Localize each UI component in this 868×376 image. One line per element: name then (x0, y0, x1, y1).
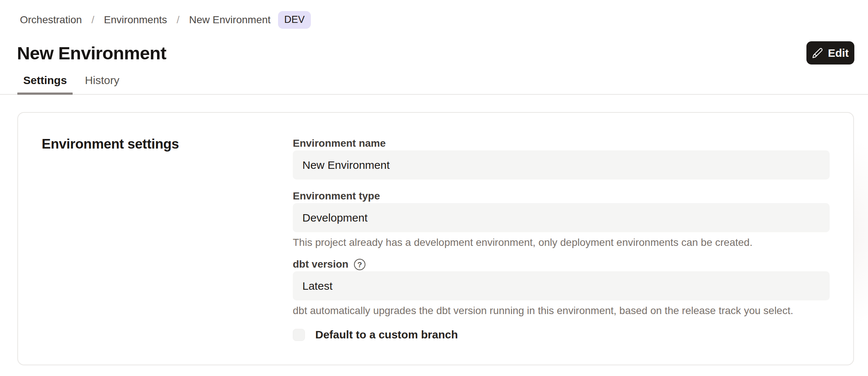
tab-settings-label: Settings (23, 74, 67, 86)
tab-settings[interactable]: Settings (17, 74, 73, 94)
tab-history[interactable]: History (79, 74, 125, 94)
dbt-version-input[interactable] (293, 271, 830, 300)
card-heading-column: Environment settings (42, 136, 293, 341)
active-tab-indicator (17, 93, 73, 95)
title-row: New Environment Edit (17, 41, 854, 65)
dbt-version-help-text: dbt automatically upgrades the dbt versi… (293, 306, 830, 316)
dbt-version-label: dbt version ? (293, 257, 830, 271)
edit-button-label: Edit (828, 47, 849, 59)
page-title: New Environment (17, 42, 166, 64)
environment-type-label: Environment type (293, 189, 830, 203)
tab-history-label: History (85, 74, 119, 86)
help-icon[interactable]: ? (354, 259, 365, 270)
environment-settings-page: Orchestration / Environments / New Envir… (0, 0, 868, 376)
breadcrumb-separator: / (91, 14, 94, 26)
pencil-icon (812, 48, 823, 59)
environment-name-label: Environment name (293, 136, 830, 150)
edit-button[interactable]: Edit (806, 41, 854, 65)
breadcrumb-new-environment[interactable]: New Environment (189, 14, 271, 26)
custom-branch-checkbox[interactable] (293, 329, 305, 341)
environment-type-label-text: Environment type (293, 190, 380, 202)
tab-bar: Settings History (0, 74, 868, 95)
environment-type-field: Environment type This project already ha… (293, 189, 830, 248)
custom-branch-row: Default to a custom branch (293, 328, 830, 341)
dev-badge: DEV (278, 11, 311, 29)
dbt-version-field: dbt version ? dbt automatically upgrades… (293, 257, 830, 316)
environment-name-field: Environment name (293, 136, 830, 180)
dbt-version-label-text: dbt version (293, 258, 348, 270)
breadcrumb: Orchestration / Environments / New Envir… (0, 0, 868, 29)
environment-name-label-text: Environment name (293, 137, 386, 149)
card-heading: Environment settings (42, 136, 293, 152)
breadcrumb-orchestration[interactable]: Orchestration (20, 14, 82, 26)
environment-name-input[interactable] (293, 150, 830, 180)
environment-settings-form: Environment name Environment type This p… (293, 136, 830, 341)
breadcrumb-separator: / (177, 14, 180, 26)
environment-type-help-text: This project already has a development e… (293, 237, 830, 248)
custom-branch-label: Default to a custom branch (315, 328, 458, 341)
breadcrumb-environments[interactable]: Environments (104, 14, 167, 26)
environment-type-input[interactable] (293, 203, 830, 232)
environment-settings-card: Environment settings Environment name En… (17, 112, 854, 365)
